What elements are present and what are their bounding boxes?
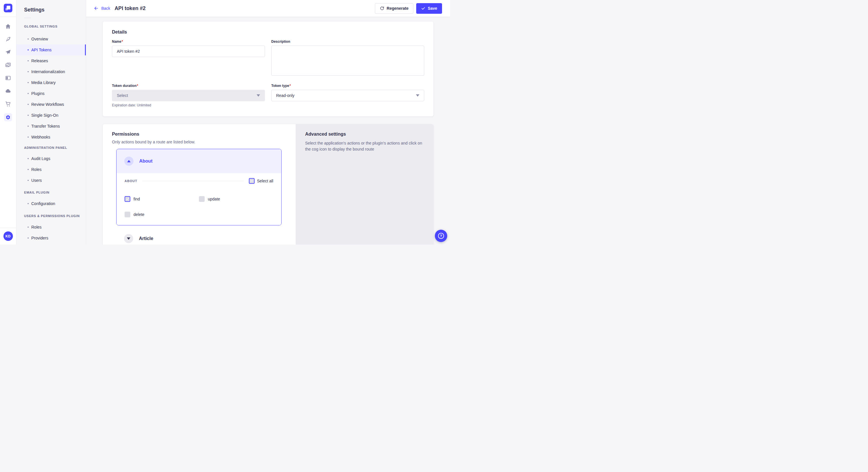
- paper-plane-icon[interactable]: [5, 49, 11, 56]
- expand-caret-button[interactable]: [124, 234, 133, 243]
- group-divider-line: [143, 181, 244, 181]
- accordion-about-title: About: [139, 159, 152, 164]
- sidebar-title-divider: [24, 18, 31, 18]
- sidebar-item-label: Transfer Tokens: [31, 124, 60, 129]
- collapse-caret-button[interactable]: [124, 157, 133, 166]
- sidebar-item-releases[interactable]: Releases: [17, 55, 86, 66]
- page-title: API token #2: [115, 5, 146, 11]
- settings-gear-icon[interactable]: [4, 113, 12, 121]
- description-textarea[interactable]: [271, 45, 424, 76]
- update-checkbox[interactable]: [199, 196, 205, 202]
- accordion-about-header[interactable]: About: [117, 149, 281, 173]
- check-icon: [126, 197, 129, 201]
- expiration-hint: Expiration date: Unlimited: [112, 103, 265, 107]
- sidebar-item-webhooks[interactable]: Webhooks: [17, 132, 86, 142]
- permissions-subtitle: Only actions bound by a route are listed…: [112, 140, 296, 144]
- accordion-article-title: Article: [139, 236, 153, 241]
- sidebar-item-transfer-tokens[interactable]: Transfer Tokens: [17, 121, 86, 132]
- action-delete: delete: [125, 212, 199, 217]
- caret-down-icon: [127, 237, 130, 240]
- section-email-plugin: EMAIL PLUGIN: [24, 191, 86, 194]
- details-heading: Details: [112, 30, 424, 35]
- sidebar-item-api-tokens[interactable]: API Tokens: [17, 44, 86, 55]
- sidebar-item-single-sign-on[interactable]: Single Sign-On: [17, 110, 86, 121]
- bullet-dot: [28, 115, 29, 116]
- check-icon: [421, 6, 425, 11]
- settings-sidebar: Settings GLOBAL SETTINGS Overview API To…: [17, 0, 86, 245]
- token-duration-select[interactable]: Select: [112, 90, 265, 101]
- token-type-field-group: Token type* Read-only: [271, 84, 424, 107]
- token-duration-field-group: Token duration* Select Expiration date: …: [112, 84, 265, 107]
- accordion-article-header[interactable]: Article: [116, 229, 282, 245]
- accordion-about-body: ABOUT Select all: [117, 173, 281, 225]
- token-duration-label: Token duration*: [112, 84, 265, 88]
- sidebar-item-audit-logs[interactable]: Audit Logs: [17, 153, 86, 164]
- select-all-control[interactable]: Select all: [249, 178, 273, 184]
- home-icon[interactable]: [5, 23, 11, 30]
- sidebar-item-admin-roles[interactable]: Roles: [17, 164, 86, 175]
- token-duration-value: Select: [117, 93, 128, 98]
- bullet-dot: [28, 71, 29, 72]
- section-users-permissions-plugin: USERS & PERMISSIONS PLUGIN: [24, 214, 86, 217]
- bullet-dot: [28, 158, 29, 159]
- sidebar-item-media-library[interactable]: Media Library: [17, 77, 86, 88]
- sidebar-item-users[interactable]: Users: [17, 175, 86, 186]
- user-avatar[interactable]: KD: [3, 231, 13, 241]
- token-type-select[interactable]: Read-only: [271, 90, 424, 101]
- strapi-logo[interactable]: [4, 4, 12, 12]
- back-label: Back: [101, 6, 110, 11]
- chevron-down-icon: [416, 94, 420, 97]
- find-checkbox[interactable]: [125, 196, 130, 202]
- sidebar-item-label: Media Library: [31, 80, 56, 85]
- sidebar-item-internationalization[interactable]: Internationalization: [17, 66, 86, 77]
- name-input[interactable]: [112, 45, 265, 57]
- sidebar-item-review-workflows[interactable]: Review Workflows: [17, 99, 86, 110]
- name-label: Name*: [112, 40, 265, 43]
- layout-icon[interactable]: [5, 74, 11, 81]
- select-all-checkbox[interactable]: [249, 178, 255, 184]
- permissions-accordion-list: About ABOUT Select all: [116, 149, 282, 245]
- media-library-icon[interactable]: [5, 62, 11, 69]
- bullet-dot: [28, 237, 29, 239]
- shopping-cart-icon[interactable]: [5, 100, 11, 107]
- sidebar-item-label: Providers: [31, 236, 48, 240]
- page-header: Back API token #2 Regenerate Save: [86, 0, 450, 16]
- sidebar-item-label: Configuration: [31, 201, 55, 206]
- help-button[interactable]: ?: [435, 230, 447, 242]
- accordion-about: About ABOUT Select all: [116, 149, 282, 225]
- bullet-dot: [28, 93, 29, 94]
- name-field-group: Name*: [112, 40, 265, 77]
- sidebar-item-plugins[interactable]: Plugins: [17, 88, 86, 99]
- permissions-pane: Permissions Only actions bound by a rout…: [103, 124, 296, 245]
- app-rail: KD: [0, 0, 17, 245]
- delete-checkbox[interactable]: [125, 212, 130, 217]
- about-group-label: ABOUT: [125, 179, 137, 183]
- rail-divider: [0, 16, 16, 17]
- save-button[interactable]: Save: [416, 3, 442, 14]
- sidebar-item-up-roles[interactable]: Roles: [17, 222, 86, 233]
- sidebar-item-overview[interactable]: Overview: [17, 34, 86, 44]
- indeterminate-dash-icon: [250, 181, 253, 181]
- sidebar-item-label: Overview: [31, 37, 48, 41]
- bullet-dot: [28, 60, 29, 61]
- required-asterisk: *: [137, 84, 138, 88]
- bullet-dot: [28, 38, 29, 40]
- sidebar-item-label: Releases: [31, 59, 48, 63]
- bullet-dot: [28, 227, 29, 228]
- select-all-label: Select all: [257, 179, 273, 183]
- regenerate-button[interactable]: Regenerate: [375, 3, 413, 14]
- sidebar-item-providers[interactable]: Providers: [17, 233, 86, 243]
- sidebar-item-configuration[interactable]: Configuration: [17, 198, 86, 209]
- rail-bottom-divider: [0, 228, 16, 228]
- advanced-settings-description: Select the application's actions or the …: [305, 140, 424, 152]
- bullet-dot: [28, 126, 29, 127]
- regenerate-label: Regenerate: [386, 6, 408, 11]
- save-label: Save: [428, 6, 437, 11]
- feather-icon[interactable]: [5, 36, 11, 43]
- back-link[interactable]: Back: [94, 6, 110, 11]
- sidebar-item-label: Internationalization: [31, 69, 65, 74]
- sidebar-title: Settings: [24, 7, 86, 13]
- cloud-icon[interactable]: [5, 88, 11, 94]
- sidebar-item-label: Plugins: [31, 91, 44, 96]
- action-find: find: [125, 196, 199, 202]
